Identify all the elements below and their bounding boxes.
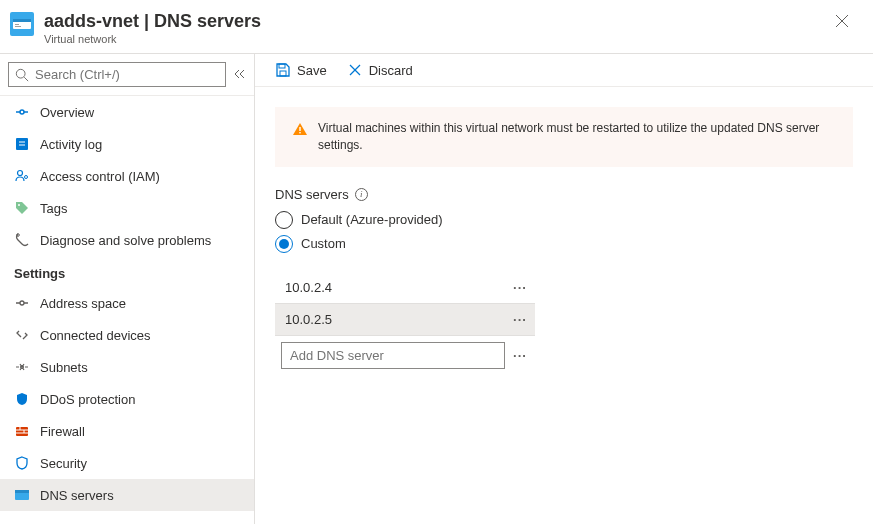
subnets-icon xyxy=(14,359,30,375)
sidebar-item-security[interactable]: Security xyxy=(0,447,254,479)
main: Save Discard Virtual machines within thi… xyxy=(255,54,873,524)
save-button[interactable]: Save xyxy=(275,62,327,78)
sidebar-item-label: Address space xyxy=(40,296,126,311)
sidebar-item-firewall[interactable]: Firewall xyxy=(0,415,254,447)
toolbar: Save Discard xyxy=(255,54,873,87)
radio-custom[interactable]: Custom xyxy=(275,232,853,256)
search-box[interactable] xyxy=(8,62,226,87)
search-row xyxy=(0,54,254,96)
shield-icon xyxy=(14,391,30,407)
row-menu-button[interactable]: ··· xyxy=(505,280,535,295)
sidebar-item-label: DNS servers xyxy=(40,488,114,503)
sidebar-section-settings: Settings xyxy=(0,256,254,287)
dns-radio-group: Default (Azure-provided) Custom xyxy=(275,208,853,256)
sidebar-item-label: Subnets xyxy=(40,360,88,375)
discard-button[interactable]: Discard xyxy=(347,62,413,78)
sidebar-item-label: Connected devices xyxy=(40,328,151,343)
firewall-icon xyxy=(14,423,30,439)
tags-icon xyxy=(14,200,30,216)
sidebar-item-label: Firewall xyxy=(40,424,85,439)
sidebar-item-label: Tags xyxy=(40,201,67,216)
info-message: Virtual machines within this virtual net… xyxy=(318,120,836,154)
sidebar-item-label: Activity log xyxy=(40,137,102,152)
sidebar-item-connected-devices[interactable]: Connected devices xyxy=(0,319,254,351)
header-text: aadds-vnet | DNS servers Virtual network xyxy=(44,10,827,45)
sidebar-item-subnets[interactable]: Subnets xyxy=(0,351,254,383)
svg-line-7 xyxy=(24,77,28,81)
sidebar-item-label: Diagnose and solve problems xyxy=(40,233,211,248)
sidebar-item-overview[interactable]: Overview xyxy=(0,96,254,128)
security-icon xyxy=(14,455,30,471)
svg-rect-18 xyxy=(16,427,28,436)
sidebar-item-dns-servers[interactable]: DNS servers xyxy=(0,479,254,511)
blade-header: aadds-vnet | DNS servers Virtual network xyxy=(0,0,873,54)
diagnose-icon xyxy=(14,232,30,248)
radio-unchecked-icon xyxy=(275,211,293,229)
dns-icon xyxy=(14,487,30,503)
add-dns-input[interactable] xyxy=(281,342,505,369)
svg-point-8 xyxy=(20,110,24,114)
info-icon[interactable]: i xyxy=(355,188,368,201)
connected-devices-icon xyxy=(14,327,30,343)
radio-default[interactable]: Default (Azure-provided) xyxy=(275,208,853,232)
svg-point-16 xyxy=(20,301,24,305)
svg-rect-2 xyxy=(15,24,19,25)
dns-row: 10.0.2.5 ··· xyxy=(275,304,535,336)
svg-rect-24 xyxy=(15,490,29,493)
svg-rect-3 xyxy=(15,26,21,27)
dns-add-row: ··· xyxy=(275,336,535,375)
sidebar-item-label: Overview xyxy=(40,105,94,120)
body: Overview Activity log Access control (IA… xyxy=(0,54,873,524)
radio-checked-icon xyxy=(275,235,293,253)
sidebar-item-activity-log[interactable]: Activity log xyxy=(0,128,254,160)
radio-label: Default (Azure-provided) xyxy=(301,212,443,227)
svg-rect-1 xyxy=(13,19,31,22)
content: Virtual machines within this virtual net… xyxy=(255,87,873,395)
dns-row: 10.0.2.4 ··· xyxy=(275,272,535,304)
save-label: Save xyxy=(297,63,327,78)
dns-list: 10.0.2.4 ··· 10.0.2.5 ··· ··· xyxy=(275,272,535,375)
nav: Overview Activity log Access control (IA… xyxy=(0,96,254,524)
page-title: aadds-vnet | DNS servers xyxy=(44,10,827,32)
access-control-icon xyxy=(14,168,30,184)
discard-label: Discard xyxy=(369,63,413,78)
info-bar: Virtual machines within this virtual net… xyxy=(275,107,853,167)
row-menu-button[interactable]: ··· xyxy=(505,348,535,363)
sidebar-item-label: DDoS protection xyxy=(40,392,135,407)
sidebar-item-tags[interactable]: Tags xyxy=(0,192,254,224)
activity-log-icon xyxy=(14,136,30,152)
svg-rect-9 xyxy=(16,138,28,150)
svg-point-6 xyxy=(16,69,25,78)
dns-value: 10.0.2.5 xyxy=(275,304,505,335)
search-icon xyxy=(15,68,29,82)
svg-rect-29 xyxy=(299,127,300,131)
overview-icon xyxy=(14,104,30,120)
svg-point-14 xyxy=(18,204,20,206)
close-button[interactable] xyxy=(827,10,857,36)
save-icon xyxy=(275,62,291,78)
search-input[interactable] xyxy=(35,67,219,82)
sidebar-item-label: Security xyxy=(40,456,87,471)
sidebar: Overview Activity log Access control (IA… xyxy=(0,54,255,524)
sidebar-item-diagnose[interactable]: Diagnose and solve problems xyxy=(0,224,254,256)
svg-point-15 xyxy=(17,234,20,237)
address-space-icon xyxy=(14,295,30,311)
svg-point-12 xyxy=(18,171,23,176)
svg-rect-26 xyxy=(280,71,286,76)
row-menu-button[interactable]: ··· xyxy=(505,312,535,327)
svg-rect-30 xyxy=(299,132,300,133)
svg-point-13 xyxy=(25,176,28,179)
collapse-sidebar-button[interactable] xyxy=(234,68,246,82)
sidebar-item-access-control[interactable]: Access control (IAM) xyxy=(0,160,254,192)
dns-value: 10.0.2.4 xyxy=(275,272,505,303)
sidebar-item-ddos[interactable]: DDoS protection xyxy=(0,383,254,415)
discard-icon xyxy=(347,62,363,78)
sidebar-item-address-space[interactable]: Address space xyxy=(0,287,254,319)
close-icon xyxy=(835,14,849,28)
radio-label: Custom xyxy=(301,236,346,251)
warning-icon xyxy=(292,121,308,137)
chevron-double-left-icon xyxy=(234,69,246,79)
dns-servers-label: DNS servers i xyxy=(275,187,853,202)
vnet-icon xyxy=(10,12,34,36)
page-subtitle: Virtual network xyxy=(44,33,827,45)
